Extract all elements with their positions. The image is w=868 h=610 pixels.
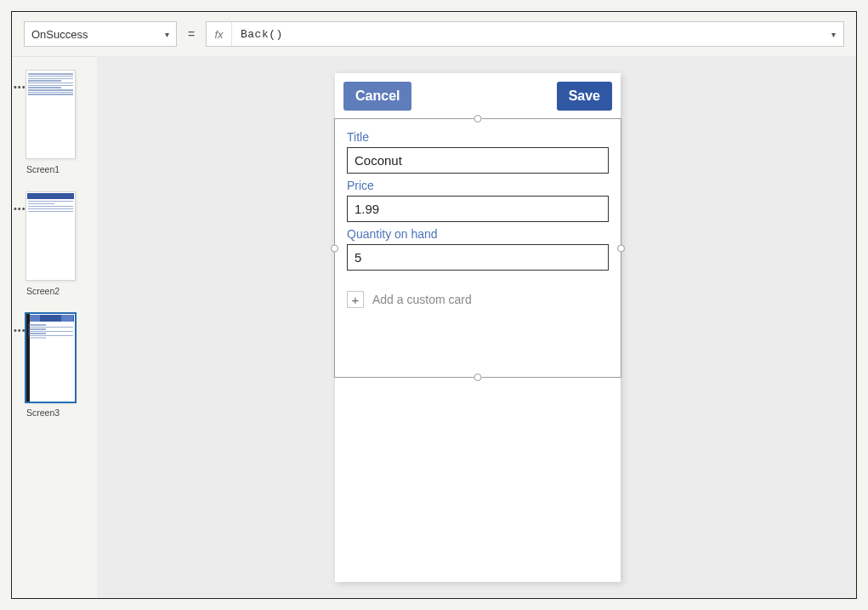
title-field[interactable] [347, 147, 609, 174]
thumbnail-slot: ••• Screen1 [12, 56, 97, 178]
screen-thumbnail-selected[interactable] [26, 313, 76, 402]
more-icon[interactable]: ••• [14, 82, 26, 92]
thumbnail-label: Screen3 [26, 408, 90, 418]
design-canvas[interactable]: Cancel Save Title Price Quantity on hand… [97, 56, 856, 598]
add-custom-card-row[interactable]: + Add a custom card [347, 291, 609, 308]
field-label-price: Price [347, 179, 609, 192]
thumbnail-label: Screen1 [26, 164, 90, 174]
screen-thumbnails-rail: ••• Screen1 ••• Screen2 ••• [12, 56, 97, 598]
thumbnail-label: Screen2 [26, 286, 90, 296]
property-selector-value: OnSuccess [31, 28, 88, 41]
more-icon[interactable]: ••• [14, 203, 26, 214]
thumbnail-slot: ••• Screen3 [12, 299, 97, 421]
edit-form[interactable]: Title Price Quantity on hand + Add a cus… [335, 118, 621, 308]
more-icon[interactable]: ••• [14, 325, 26, 335]
equals-sign: = [184, 21, 199, 47]
formula-input-container: fx Back() ▾ [206, 21, 844, 47]
screen-thumbnail[interactable] [26, 191, 76, 281]
formula-bar: OnSuccess ▾ = fx Back() ▾ [24, 21, 844, 47]
selection-handle[interactable] [474, 373, 482, 381]
plus-icon[interactable]: + [347, 291, 364, 308]
chevron-down-icon: ▾ [165, 30, 169, 39]
thumbnail-slot: ••• Screen2 [12, 178, 97, 299]
field-label-title: Title [347, 130, 609, 144]
app-header: Cancel Save [335, 73, 621, 118]
app-preview: Cancel Save Title Price Quantity on hand… [335, 73, 621, 582]
screen-thumbnail[interactable] [26, 70, 76, 159]
add-custom-card-label: Add a custom card [372, 293, 472, 306]
formula-input[interactable]: Back() [232, 28, 823, 41]
cancel-button[interactable]: Cancel [343, 82, 411, 111]
quantity-field[interactable] [347, 244, 609, 271]
formula-expand-chevron-icon[interactable]: ▾ [823, 30, 843, 39]
field-label-quantity: Quantity on hand [347, 227, 609, 241]
price-field[interactable] [347, 196, 609, 222]
save-button[interactable]: Save [557, 82, 612, 111]
property-selector[interactable]: OnSuccess ▾ [24, 21, 177, 47]
fx-icon: fx [207, 22, 232, 46]
